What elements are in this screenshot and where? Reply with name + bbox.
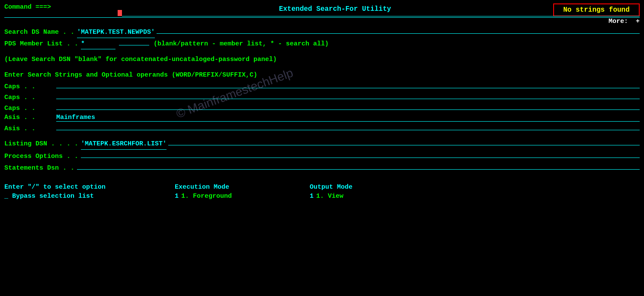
pds-member-list-input[interactable]: *: [81, 39, 115, 50]
enter-select-col: Enter "/" to select option _ Bypass sele…: [4, 183, 106, 200]
leave-search-note: (Leave Search DSN "blank" for concatenat…: [4, 55, 640, 65]
exec-option-1-label: 1. Foreground: [181, 193, 232, 200]
enter-search-strings-label: Enter Search Strings and Optional operan…: [4, 71, 257, 80]
listing-dsn-row: Listing DSN . . . . 'MATEPK.ESRCHFOR.LIS…: [4, 138, 640, 150]
output-option-1-val[interactable]: 1: [310, 193, 314, 200]
statements-dsn-label: Statements Dsn . .: [4, 164, 74, 174]
enter-search-strings-header: Enter Search Strings and Optional operan…: [4, 71, 640, 80]
caps2-input[interactable]: [56, 92, 640, 99]
caps1-label: Caps . .: [4, 83, 56, 90]
pds-member-list-label: PDS Member List . .: [4, 39, 78, 49]
main-screen: Command ===> Extended Search-For Utility…: [0, 0, 644, 296]
exec-option-1-val[interactable]: 1: [175, 193, 179, 200]
command-section: Command ===>: [4, 3, 117, 11]
caps3-row: Caps . .: [4, 103, 640, 112]
execution-mode-col: Execution Mode 1 1. Foreground: [175, 183, 232, 200]
pds-member-hint: (blank/pattern - member list, * - search…: [154, 39, 329, 49]
output-mode-label: Output Mode: [310, 183, 352, 191]
command-cursor-icon: [118, 10, 122, 16]
bypass-label: _ Bypass selection list: [4, 193, 94, 200]
caps1-input[interactable]: [56, 81, 640, 88]
asis1-label: Asis . .: [4, 114, 56, 121]
listing-dsn-label: Listing DSN . . . .: [4, 139, 78, 149]
search-ds-name-label: Search DS Name . .: [4, 28, 74, 38]
caps3-label: Caps . .: [4, 105, 56, 112]
asis2-row: Asis . .: [4, 123, 640, 132]
asis1-input[interactable]: Mainframes: [56, 114, 640, 122]
command-label: Command ===>: [4, 3, 117, 11]
leave-search-label: (Leave Search DSN "blank" for concatenat…: [4, 55, 277, 65]
execution-mode-label: Execution Mode: [175, 183, 232, 191]
caps2-label: Caps . .: [4, 94, 56, 101]
asis1-row: Asis . . Mainframes: [4, 114, 640, 122]
search-ds-name-input[interactable]: 'MATEPK.TEST.NEWPDS': [77, 28, 155, 38]
pds-member-list-row: PDS Member List . . * (blank/pattern - m…: [4, 39, 640, 50]
caps3-input[interactable]: [56, 103, 640, 110]
bottom-section: Enter "/" to select option _ Bypass sele…: [4, 183, 640, 200]
asis2-input[interactable]: [56, 123, 640, 130]
search-ds-name-row: Search DS Name . . 'MATEPK.TEST.NEWPDS': [4, 27, 640, 38]
caps1-row: Caps . .: [4, 81, 640, 90]
more-line: More: +: [4, 18, 640, 25]
caps2-row: Caps . .: [4, 92, 640, 101]
statements-dsn-row: Statements Dsn . .: [4, 163, 640, 174]
listing-dsn-input[interactable]: 'MATEPK.ESRCHFOR.LIST': [81, 139, 167, 150]
process-options-label: Process Options . .: [4, 152, 78, 162]
asis2-label: Asis . .: [4, 125, 56, 132]
process-options-row: Process Options . .: [4, 151, 640, 162]
output-mode-col: Output Mode 1 1. View: [310, 183, 352, 200]
enter-select-label: Enter "/" to select option: [4, 183, 106, 191]
output-option-1-label: 1. View: [316, 193, 343, 200]
